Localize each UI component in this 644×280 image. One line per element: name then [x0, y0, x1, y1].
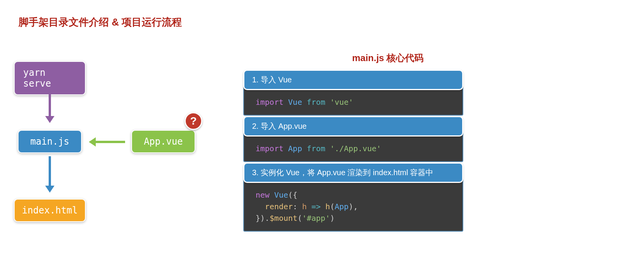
- code-panel-title: main.js 核心代码: [352, 52, 424, 64]
- code-header-1: 1. 导入 Vue: [243, 70, 463, 90]
- code-header-3: 3. 实例化 Vue，将 App.vue 渲染到 index.html 容器中: [243, 162, 463, 183]
- code-header-2: 2. 导入 App.vue: [243, 116, 463, 137]
- box-main-js: main.js: [18, 130, 82, 153]
- question-badge: ?: [185, 112, 202, 130]
- box-app-vue: App.vue: [131, 130, 195, 153]
- box-index-html: index.html: [14, 199, 86, 222]
- code-section-1: 1. 导入 Vue import Vue from 'vue': [243, 70, 463, 116]
- code-section-2: 2. 导入 App.vue import App from './App.vue…: [243, 116, 463, 162]
- arrow-yarn-to-main: [49, 87, 51, 118]
- arrow-main-to-index: [49, 156, 51, 187]
- code-section-3: 3. 实例化 Vue，将 App.vue 渲染到 index.html 容器中 …: [243, 162, 463, 232]
- code-body-3: new Vue({ render: h => h(App), }).$mount…: [243, 179, 463, 232]
- code-body-2: import App from './App.vue': [243, 133, 463, 162]
- page-title: 脚手架目录文件介绍 & 项目运行流程: [19, 15, 182, 29]
- arrow-app-to-main: [94, 141, 125, 143]
- code-body-1: import Vue from 'vue': [243, 86, 463, 116]
